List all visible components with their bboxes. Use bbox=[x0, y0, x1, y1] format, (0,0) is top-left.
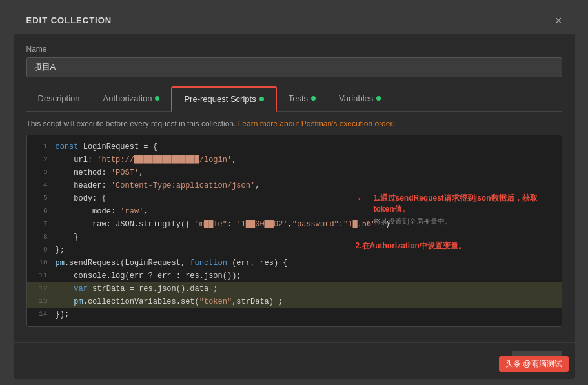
variables-dot bbox=[376, 96, 381, 101]
watermark-badge: 头条 @雨滴测试 bbox=[499, 356, 569, 372]
tab-tests-label: Tests bbox=[289, 94, 308, 103]
authorization-dot bbox=[155, 96, 159, 101]
code-line-11: 11 console.log(err ? err : res.json()); bbox=[27, 270, 562, 282]
code-line-10: 10 pm.sendRequest(LoginRequest, function… bbox=[27, 257, 562, 270]
code-editor[interactable]: 1 const LoginRequest = { 2 url: 'http://… bbox=[26, 135, 562, 327]
learn-more-link[interactable]: Learn more about Postman's execution ord… bbox=[238, 119, 394, 128]
tab-authorization[interactable]: Authorization bbox=[92, 86, 172, 111]
code-line-1: 1 const LoginRequest = { bbox=[27, 141, 562, 153]
code-line-8: 8 } bbox=[27, 231, 562, 244]
tab-variables[interactable]: Variables bbox=[327, 86, 392, 111]
tabs-container: Description Authorization Pre-request Sc… bbox=[26, 86, 562, 112]
name-label: Name bbox=[26, 44, 562, 54]
modal-footer: Cance 头条 @雨滴测试 bbox=[14, 342, 575, 379]
tab-description[interactable]: Description bbox=[26, 86, 92, 111]
modal-title: EDIT COLLECTION bbox=[26, 15, 112, 25]
edit-collection-modal: EDIT COLLECTION × Name Description Autho… bbox=[14, 7, 575, 379]
code-line-2: 2 url: 'http://██████████████/login', bbox=[27, 153, 562, 166]
close-button[interactable]: × bbox=[555, 15, 562, 26]
code-line-9: 9 }; bbox=[27, 244, 562, 257]
tab-tests[interactable]: Tests bbox=[277, 86, 327, 111]
code-line-7: 7 raw: JSON.stringify({ "m██le": '1██00█… bbox=[27, 218, 562, 231]
code-line-3: 3 method: 'POST', bbox=[27, 166, 562, 179]
code-line-4: 4 header: 'Content-Type:application/json… bbox=[27, 179, 562, 192]
code-line-12: 12 var strData = res.json().data ; bbox=[27, 282, 562, 295]
tab-authorization-label: Authorization bbox=[103, 94, 152, 103]
tab-variables-label: Variables bbox=[339, 94, 373, 103]
tab-description-label: Description bbox=[38, 94, 80, 103]
code-line-13: 13 pm.collectionVariables.set("token",st… bbox=[27, 295, 562, 308]
modal-body: Name Description Authorization Pre-reque… bbox=[14, 34, 575, 337]
code-line-14: 14 }); bbox=[27, 308, 562, 321]
code-line-5: 5 body: { bbox=[27, 192, 562, 205]
code-line-6: 6 mode: 'raw', bbox=[27, 205, 562, 218]
modal-header: EDIT COLLECTION × bbox=[14, 7, 575, 34]
info-static-text: This script will execute before every re… bbox=[26, 119, 236, 128]
tab-pre-request-scripts[interactable]: Pre-request Scripts bbox=[171, 86, 276, 112]
tests-dot bbox=[311, 96, 316, 101]
collection-name-input[interactable] bbox=[26, 57, 562, 77]
info-text: This script will execute before every re… bbox=[26, 119, 562, 128]
pre-request-dot bbox=[259, 97, 264, 101]
tab-pre-request-label: Pre-request Scripts bbox=[184, 94, 256, 104]
code-editor-wrapper: 1 const LoginRequest = { 2 url: 'http://… bbox=[26, 135, 562, 327]
